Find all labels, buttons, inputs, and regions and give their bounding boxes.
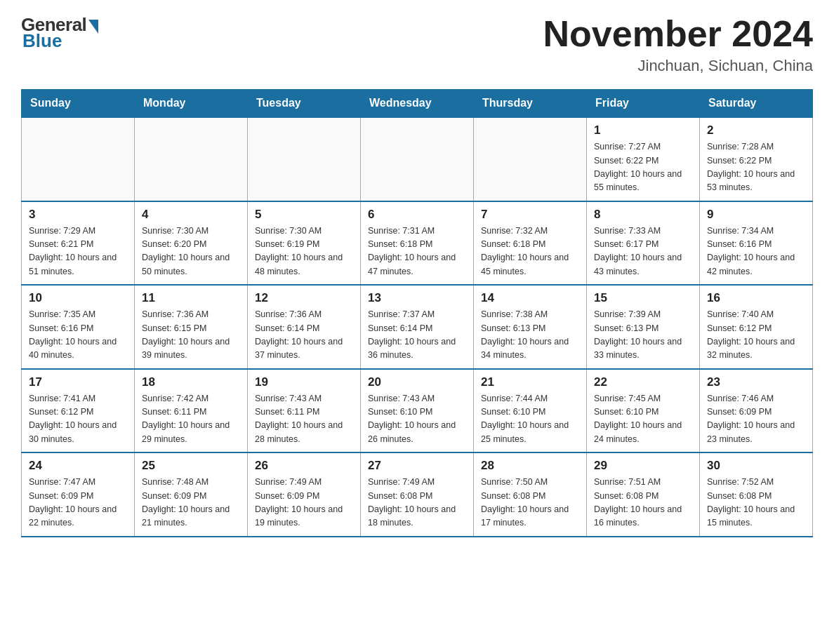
header-tuesday: Tuesday (248, 90, 361, 118)
day-number: 27 (368, 459, 466, 473)
day-number: 5 (255, 208, 353, 222)
day-number: 26 (255, 459, 353, 473)
calendar-cell: 29Sunrise: 7:51 AMSunset: 6:08 PMDayligh… (587, 452, 700, 537)
calendar-cell: 21Sunrise: 7:44 AMSunset: 6:10 PMDayligh… (474, 369, 587, 453)
calendar-cell: 8Sunrise: 7:33 AMSunset: 6:17 PMDaylight… (587, 201, 700, 286)
day-number: 25 (142, 459, 240, 473)
page-header: General Blue November 2024 Jinchuan, Sic… (21, 14, 813, 75)
calendar-cell: 25Sunrise: 7:48 AMSunset: 6:09 PMDayligh… (135, 452, 248, 537)
calendar-cell: 30Sunrise: 7:52 AMSunset: 6:08 PMDayligh… (700, 452, 813, 537)
day-info: Sunrise: 7:44 AMSunset: 6:10 PMDaylight:… (481, 392, 579, 447)
day-info: Sunrise: 7:30 AMSunset: 6:20 PMDaylight:… (142, 224, 240, 279)
day-info: Sunrise: 7:38 AMSunset: 6:13 PMDaylight:… (481, 308, 579, 363)
day-info: Sunrise: 7:29 AMSunset: 6:21 PMDaylight:… (29, 224, 127, 279)
header-sunday: Sunday (22, 90, 135, 118)
day-info: Sunrise: 7:30 AMSunset: 6:19 PMDaylight:… (255, 224, 353, 279)
day-info: Sunrise: 7:49 AMSunset: 6:09 PMDaylight:… (255, 476, 353, 530)
calendar-cell: 15Sunrise: 7:39 AMSunset: 6:13 PMDayligh… (587, 285, 700, 369)
day-number: 8 (594, 208, 692, 222)
month-title: November 2024 (543, 14, 813, 54)
calendar-week-2: 3Sunrise: 7:29 AMSunset: 6:21 PMDaylight… (22, 201, 813, 286)
calendar-cell (474, 117, 587, 201)
day-number: 18 (142, 375, 240, 389)
day-number: 19 (255, 375, 353, 389)
calendar-cell: 28Sunrise: 7:50 AMSunset: 6:08 PMDayligh… (474, 452, 587, 537)
day-number: 10 (29, 291, 127, 305)
calendar-cell (22, 117, 135, 201)
day-info: Sunrise: 7:49 AMSunset: 6:08 PMDaylight:… (368, 476, 466, 530)
day-number: 3 (29, 208, 127, 222)
calendar-cell: 24Sunrise: 7:47 AMSunset: 6:09 PMDayligh… (22, 452, 135, 537)
day-info: Sunrise: 7:51 AMSunset: 6:08 PMDaylight:… (594, 476, 692, 530)
calendar-header-row: SundayMondayTuesdayWednesdayThursdayFrid… (22, 90, 813, 118)
day-number: 16 (707, 291, 805, 305)
calendar-cell: 6Sunrise: 7:31 AMSunset: 6:18 PMDaylight… (361, 201, 474, 286)
logo-arrow-icon (88, 20, 98, 34)
day-info: Sunrise: 7:50 AMSunset: 6:08 PMDaylight:… (481, 476, 579, 530)
header-wednesday: Wednesday (361, 90, 474, 118)
day-info: Sunrise: 7:43 AMSunset: 6:10 PMDaylight:… (368, 392, 466, 447)
calendar-cell (361, 117, 474, 201)
day-info: Sunrise: 7:33 AMSunset: 6:17 PMDaylight:… (594, 224, 692, 279)
day-number: 15 (594, 291, 692, 305)
day-info: Sunrise: 7:47 AMSunset: 6:09 PMDaylight:… (29, 476, 127, 530)
calendar-cell: 19Sunrise: 7:43 AMSunset: 6:11 PMDayligh… (248, 369, 361, 453)
day-info: Sunrise: 7:41 AMSunset: 6:12 PMDaylight:… (29, 392, 127, 447)
day-info: Sunrise: 7:36 AMSunset: 6:15 PMDaylight:… (142, 308, 240, 363)
day-info: Sunrise: 7:27 AMSunset: 6:22 PMDaylight:… (594, 140, 692, 195)
day-number: 28 (481, 459, 579, 473)
calendar-cell: 17Sunrise: 7:41 AMSunset: 6:12 PMDayligh… (22, 369, 135, 453)
calendar-cell: 11Sunrise: 7:36 AMSunset: 6:15 PMDayligh… (135, 285, 248, 369)
day-number: 9 (707, 208, 805, 222)
day-info: Sunrise: 7:46 AMSunset: 6:09 PMDaylight:… (707, 392, 805, 447)
header-monday: Monday (135, 90, 248, 118)
calendar-cell: 23Sunrise: 7:46 AMSunset: 6:09 PMDayligh… (700, 369, 813, 453)
day-number: 1 (594, 123, 692, 137)
calendar-cell: 20Sunrise: 7:43 AMSunset: 6:10 PMDayligh… (361, 369, 474, 453)
day-info: Sunrise: 7:32 AMSunset: 6:18 PMDaylight:… (481, 224, 579, 279)
calendar-cell: 2Sunrise: 7:28 AMSunset: 6:22 PMDaylight… (700, 117, 813, 201)
day-info: Sunrise: 7:28 AMSunset: 6:22 PMDaylight:… (707, 140, 805, 195)
day-number: 2 (707, 123, 805, 137)
day-number: 13 (368, 291, 466, 305)
calendar-cell: 7Sunrise: 7:32 AMSunset: 6:18 PMDaylight… (474, 201, 587, 286)
day-number: 6 (368, 208, 466, 222)
calendar-cell: 5Sunrise: 7:30 AMSunset: 6:19 PMDaylight… (248, 201, 361, 286)
calendar-cell: 16Sunrise: 7:40 AMSunset: 6:12 PMDayligh… (700, 285, 813, 369)
header-saturday: Saturday (700, 90, 813, 118)
calendar-cell: 3Sunrise: 7:29 AMSunset: 6:21 PMDaylight… (22, 201, 135, 286)
day-info: Sunrise: 7:34 AMSunset: 6:16 PMDaylight:… (707, 224, 805, 279)
calendar-week-3: 10Sunrise: 7:35 AMSunset: 6:16 PMDayligh… (22, 285, 813, 369)
day-number: 30 (707, 459, 805, 473)
day-info: Sunrise: 7:40 AMSunset: 6:12 PMDaylight:… (707, 308, 805, 363)
day-number: 21 (481, 375, 579, 389)
calendar-cell: 4Sunrise: 7:30 AMSunset: 6:20 PMDaylight… (135, 201, 248, 286)
day-number: 22 (594, 375, 692, 389)
header-thursday: Thursday (474, 90, 587, 118)
calendar-cell: 13Sunrise: 7:37 AMSunset: 6:14 PMDayligh… (361, 285, 474, 369)
header-friday: Friday (587, 90, 700, 118)
day-info: Sunrise: 7:36 AMSunset: 6:14 PMDaylight:… (255, 308, 353, 363)
calendar-cell: 1Sunrise: 7:27 AMSunset: 6:22 PMDaylight… (587, 117, 700, 201)
day-info: Sunrise: 7:31 AMSunset: 6:18 PMDaylight:… (368, 224, 466, 279)
day-number: 4 (142, 208, 240, 222)
day-info: Sunrise: 7:42 AMSunset: 6:11 PMDaylight:… (142, 392, 240, 447)
day-info: Sunrise: 7:43 AMSunset: 6:11 PMDaylight:… (255, 392, 353, 447)
day-info: Sunrise: 7:37 AMSunset: 6:14 PMDaylight:… (368, 308, 466, 363)
calendar-cell: 18Sunrise: 7:42 AMSunset: 6:11 PMDayligh… (135, 369, 248, 453)
day-number: 24 (29, 459, 127, 473)
day-info: Sunrise: 7:52 AMSunset: 6:08 PMDaylight:… (707, 476, 805, 530)
day-number: 23 (707, 375, 805, 389)
day-info: Sunrise: 7:48 AMSunset: 6:09 PMDaylight:… (142, 476, 240, 530)
calendar-week-1: 1Sunrise: 7:27 AMSunset: 6:22 PMDaylight… (22, 117, 813, 201)
day-info: Sunrise: 7:35 AMSunset: 6:16 PMDaylight:… (29, 308, 127, 363)
day-number: 20 (368, 375, 466, 389)
day-number: 29 (594, 459, 692, 473)
day-number: 12 (255, 291, 353, 305)
calendar-cell: 10Sunrise: 7:35 AMSunset: 6:16 PMDayligh… (22, 285, 135, 369)
day-number: 11 (142, 291, 240, 305)
calendar-week-4: 17Sunrise: 7:41 AMSunset: 6:12 PMDayligh… (22, 369, 813, 453)
calendar-table: SundayMondayTuesdayWednesdayThursdayFrid… (21, 89, 813, 537)
calendar-cell: 9Sunrise: 7:34 AMSunset: 6:16 PMDaylight… (700, 201, 813, 286)
calendar-cell (135, 117, 248, 201)
